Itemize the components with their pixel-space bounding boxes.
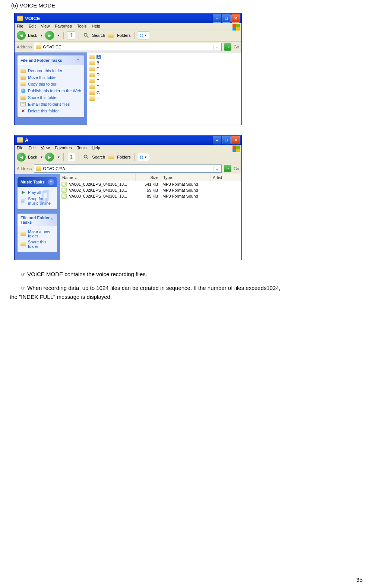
col-name[interactable]: Name ▲ bbox=[60, 174, 136, 181]
folder-item[interactable]: H bbox=[89, 96, 239, 102]
task-label: Move this folder bbox=[28, 75, 57, 80]
tasks-header[interactable]: File and Folder Tasks ⌃ bbox=[18, 55, 84, 65]
minimize-button[interactable]: ‒ bbox=[213, 14, 221, 23]
chevron-up-icon[interactable]: ⌃ bbox=[50, 217, 54, 223]
tasks-header[interactable]: File and Folder Tasks ⌃ bbox=[18, 214, 57, 226]
back-dropdown[interactable]: ▼ bbox=[40, 34, 43, 37]
address-dropdown[interactable]: ⌄ bbox=[214, 45, 220, 49]
menu-help[interactable]: Help bbox=[92, 146, 100, 150]
menu-edit[interactable]: Edit bbox=[29, 146, 36, 150]
task-new-folder[interactable]: Make a new folder bbox=[20, 229, 54, 239]
file-size: 541 KB bbox=[135, 182, 160, 186]
folders-label[interactable]: Folders bbox=[117, 155, 131, 159]
task-label: Make a new folder bbox=[28, 229, 54, 238]
address-input[interactable]: G:\VOICE\A ⌄ bbox=[34, 164, 222, 173]
list-header[interactable]: Name ▲ Size Type Artist bbox=[60, 174, 241, 181]
file-item[interactable]: VA002_032KBPS_040101_13... 59 KB MP3 For… bbox=[60, 187, 241, 193]
search-icon[interactable] bbox=[82, 153, 90, 161]
search-label[interactable]: Search bbox=[92, 155, 105, 159]
maximize-button[interactable]: □ bbox=[222, 136, 231, 144]
content-area[interactable]: Name ▲ Size Type Artist VA001_032KBPS_04… bbox=[60, 174, 241, 260]
folder-item[interactable]: B bbox=[89, 60, 239, 66]
music-title: Music Tasks bbox=[20, 180, 45, 184]
back-dropdown[interactable]: ▼ bbox=[40, 156, 43, 159]
folder-item[interactable]: C bbox=[89, 66, 239, 72]
menu-view[interactable]: View bbox=[41, 24, 50, 28]
folders-icon[interactable] bbox=[107, 32, 115, 39]
col-artist[interactable]: Artist bbox=[211, 174, 241, 181]
task-delete[interactable]: ✕Delete this folder bbox=[20, 108, 81, 114]
menu-edit[interactable]: Edit bbox=[29, 24, 36, 28]
go-button[interactable]: → bbox=[224, 165, 231, 172]
file-name: VA001_032KBPS_040101_13... bbox=[67, 182, 135, 186]
music-tasks: Music Tasks ⌃ Play all 🛒Shop for music o… bbox=[18, 177, 57, 209]
views-button[interactable]: ▼ bbox=[138, 153, 149, 161]
close-button[interactable]: ✕ bbox=[231, 14, 240, 23]
task-rename[interactable]: Rename this folder bbox=[20, 67, 81, 74]
menu-favorites[interactable]: Favorites bbox=[55, 146, 72, 150]
titlebar[interactable]: A ‒ □ ✕ bbox=[15, 135, 241, 145]
file-item[interactable]: VA003_032KBPS_040101_13... 85 KB MP3 For… bbox=[60, 193, 241, 199]
menu-tools[interactable]: Tools bbox=[77, 24, 87, 28]
chevron-up-icon[interactable]: ⌃ bbox=[48, 179, 54, 185]
go-button[interactable]: → bbox=[224, 43, 231, 51]
task-label: Copy this folder bbox=[28, 82, 56, 86]
forward-dropdown[interactable]: ▼ bbox=[57, 156, 60, 159]
titlebar[interactable]: VOICE ‒ □ ✕ bbox=[15, 13, 241, 23]
task-move[interactable]: Move this folder bbox=[20, 74, 81, 81]
col-type[interactable]: Type bbox=[161, 174, 211, 181]
address-input[interactable]: G:\VOICE ⌄ bbox=[34, 43, 222, 51]
go-label[interactable]: Go bbox=[234, 166, 239, 171]
forward-dropdown[interactable]: ▼ bbox=[57, 34, 60, 37]
folder-icon bbox=[89, 90, 95, 95]
folder-name: G bbox=[97, 90, 100, 95]
menu-file[interactable]: File bbox=[17, 146, 23, 150]
forward-button[interactable]: ► bbox=[45, 153, 54, 162]
menubar: File Edit View Favorites Tools Help bbox=[15, 145, 241, 151]
task-publish[interactable]: Publish this folder to the Web bbox=[20, 87, 81, 94]
folder-item[interactable]: F bbox=[89, 84, 239, 90]
menu-file[interactable]: File bbox=[17, 24, 23, 28]
play-icon bbox=[22, 191, 25, 194]
forward-button[interactable]: ► bbox=[45, 31, 54, 40]
search-icon[interactable] bbox=[82, 32, 90, 39]
up-button[interactable]: ↥ bbox=[67, 153, 75, 161]
folders-label[interactable]: Folders bbox=[117, 33, 131, 38]
file-item[interactable]: VA001_032KBPS_040101_13... 541 KB MP3 Fo… bbox=[60, 181, 241, 187]
task-share[interactable]: Share this folder bbox=[20, 94, 81, 101]
menu-favorites[interactable]: Favorites bbox=[55, 24, 72, 28]
col-size[interactable]: Size bbox=[136, 174, 161, 181]
search-label[interactable]: Search bbox=[92, 33, 105, 38]
menu-help[interactable]: Help bbox=[92, 24, 100, 28]
window-title: A bbox=[25, 137, 28, 143]
back-button[interactable]: ◄ bbox=[17, 153, 26, 162]
folder-item[interactable]: E bbox=[89, 78, 239, 84]
address-dropdown[interactable]: ⌄ bbox=[214, 166, 220, 171]
back-label[interactable]: Back bbox=[28, 155, 37, 159]
back-label[interactable]: Back bbox=[28, 33, 37, 38]
menu-tools[interactable]: Tools bbox=[77, 146, 87, 150]
maximize-button[interactable]: □ bbox=[222, 14, 231, 23]
close-button[interactable]: ✕ bbox=[231, 136, 240, 144]
minimize-button[interactable]: ‒ bbox=[213, 136, 221, 144]
task-copy[interactable]: Copy this folder bbox=[20, 81, 81, 87]
folders-icon[interactable] bbox=[107, 153, 115, 161]
task-share[interactable]: Share this folder bbox=[20, 239, 54, 249]
views-button[interactable]: ▼ bbox=[138, 31, 149, 39]
up-button[interactable]: ↥ bbox=[67, 31, 75, 39]
chevron-up-icon[interactable]: ⌃ bbox=[75, 57, 81, 63]
task-email[interactable]: E-mail this folder's files bbox=[20, 101, 81, 108]
task-label: Share this folder bbox=[28, 95, 58, 100]
go-label[interactable]: Go bbox=[234, 45, 239, 49]
folder-name: C bbox=[97, 67, 99, 71]
folder-item[interactable]: A bbox=[89, 54, 239, 60]
folder-item[interactable]: G bbox=[89, 90, 239, 96]
folder-item[interactable]: D bbox=[89, 72, 239, 78]
content-area[interactable]: A B C D E F G H bbox=[87, 52, 241, 125]
folder-name: A bbox=[97, 55, 101, 59]
menu-view[interactable]: View bbox=[41, 146, 50, 150]
back-button[interactable]: ◄ bbox=[17, 31, 26, 40]
folder-name: D bbox=[97, 73, 99, 77]
folder-icon bbox=[36, 45, 41, 49]
music-tasks-header[interactable]: Music Tasks ⌃ bbox=[18, 177, 57, 187]
